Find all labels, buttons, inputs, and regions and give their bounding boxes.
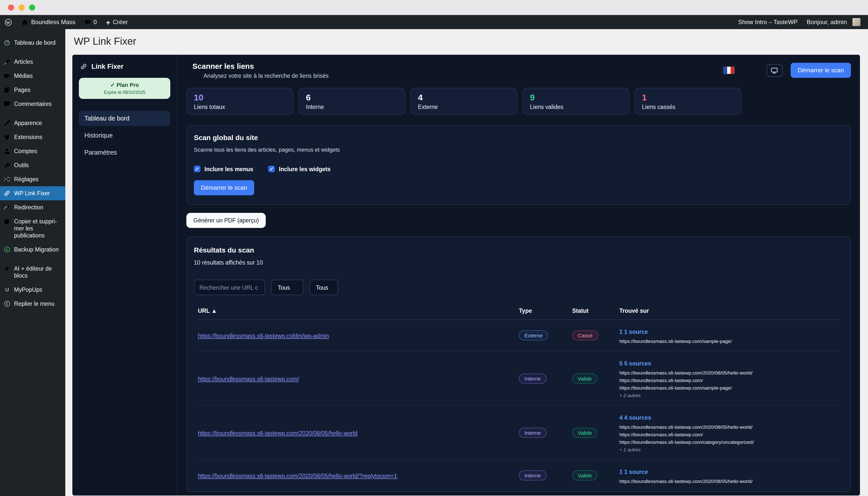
plugin-title: Link Fixer <box>91 63 124 70</box>
wp-admin-menu: Tableau de bord Articles Médias Pages Co… <box>0 29 65 496</box>
link-icon <box>3 190 11 197</box>
sidebar-item-pages[interactable]: Pages <box>0 83 65 97</box>
french-flag-icon[interactable] <box>723 67 734 74</box>
sliders-icon <box>3 176 11 183</box>
avatar <box>852 18 861 26</box>
search-input[interactable] <box>194 280 265 295</box>
source-url: https://boundlessmass.s6-tastewp.com/202… <box>619 478 839 484</box>
plugin-icon <box>3 134 11 141</box>
close-window-button[interactable] <box>8 4 14 10</box>
show-intro-link[interactable]: Show Intro – TasteWP <box>734 19 802 26</box>
plugin-sidebar: Link Fixer ✓ Plan Pro Expire le 08/10/20… <box>72 55 177 496</box>
stat-label: Liens totaux <box>194 104 286 110</box>
mypopups-icon <box>3 286 11 293</box>
sidebar-item-dashboard[interactable]: Tableau de bord <box>0 36 65 50</box>
sidebar-item-medias[interactable]: Médias <box>0 69 65 83</box>
url-link[interactable]: https://boundlessmass.s6-tastewp.com/ <box>198 376 311 382</box>
table-row: https://boundlessmass.s6-tastewp.cofdm/w… <box>198 320 839 352</box>
display-mode-button[interactable] <box>766 64 782 77</box>
sidebar-item-extensions[interactable]: Extensions <box>0 130 65 144</box>
wp-admin-bar: Boundless Mass 0 + Créer Show Intro – Ta… <box>0 15 868 29</box>
scan-header: Scanner les liens Analysez votre site à … <box>186 62 851 79</box>
stat-value: 1 <box>642 93 734 103</box>
minimize-window-button[interactable] <box>19 4 25 10</box>
table-row: https://boundlessmass.s6-tastewp.com/202… <box>198 460 839 492</box>
plan-name: ✓ Plan Pro <box>82 82 167 88</box>
url-link[interactable]: https://boundlessmass.s6-tastewp.com/202… <box>198 430 369 436</box>
comments-menu[interactable]: 0 <box>80 15 101 29</box>
admin-content: WP Link Fixer Link Fixer ✓ Plan Pro Expi… <box>65 29 868 496</box>
column-header-found-on[interactable]: Trouvé sur <box>619 308 839 314</box>
pin-icon <box>3 58 11 65</box>
sources-count-link[interactable]: 1 1 source <box>619 469 648 475</box>
zoom-window-button[interactable] <box>29 4 35 10</box>
plugin-nav-settings[interactable]: Paramètres <box>79 145 170 160</box>
brush-icon <box>3 120 11 126</box>
new-content-menu[interactable]: + Créer <box>101 15 132 29</box>
sidebar-item-redirection[interactable]: Redirection <box>0 200 65 214</box>
include-menus-checkbox[interactable]: ✓ Inclure les menus <box>194 166 253 172</box>
stat-card-external: 4 Externe <box>410 88 517 115</box>
plan-pro-badge: ✓ Plan Pro Expire le 08/10/2025 <box>79 78 170 99</box>
admin-bar-right: Show Intro – TasteWP Bonjour, admin <box>734 15 868 29</box>
source-url: https://boundlessmass.s6-tastewp.com/202… <box>619 424 839 430</box>
stat-label: Interne <box>306 104 398 110</box>
sidebar-item-settings[interactable]: Réglages <box>0 172 65 186</box>
include-widgets-checkbox[interactable]: ✓ Inclure les widgets <box>268 166 331 172</box>
sidebar-item-wp-link-fixer[interactable]: WP Link Fixer <box>0 186 65 200</box>
sidebar-item-mypopups[interactable]: MyPopUps <box>0 283 65 297</box>
sidebar-item-tools[interactable]: Outils <box>0 158 65 172</box>
source-url: https://boundlessmass.s6-tastewp.com/ <box>619 432 839 437</box>
sources-count-link[interactable]: 4 4 sources <box>619 415 651 421</box>
url-link[interactable]: https://boundlessmass.s6-tastewp.com/202… <box>198 473 409 479</box>
sidebar-item-backup-migration[interactable]: Backup Migration <box>0 243 65 257</box>
plugin-nav-dashboard[interactable]: Tableau de bord <box>79 111 170 126</box>
status-badge: Cassé <box>572 330 598 340</box>
url-link[interactable]: https://boundlessmass.s6-tastewp.cofdm/w… <box>198 333 341 339</box>
link-fixer-panel: Link Fixer ✓ Plan Pro Expire le 08/10/20… <box>72 55 860 496</box>
wp-logo-menu[interactable] <box>0 15 17 29</box>
results-summary: 10 résultats affichés sur 10 <box>194 260 843 266</box>
plugin-nav-history[interactable]: Historique <box>79 128 170 143</box>
sidebar-item-comments[interactable]: Commentaires <box>0 97 65 111</box>
results-filters: Tous Tous <box>194 280 843 295</box>
pages-icon <box>3 86 11 93</box>
sidebar-item-collapse-menu[interactable]: Replier le menu <box>0 297 65 311</box>
start-scan-button[interactable]: Démarrer le scan <box>791 63 851 78</box>
type-filter-select[interactable]: Tous <box>271 280 303 295</box>
wordpress-logo-icon <box>4 18 12 26</box>
column-header-url[interactable]: URL ▲ <box>198 308 519 314</box>
global-scan-button[interactable]: Démarrer le scan <box>194 180 254 195</box>
scan-header-text: Scanner les liens Analysez votre site à … <box>193 62 329 79</box>
plugin-main: Scanner les liens Analysez votre site à … <box>177 55 860 496</box>
generate-pdf-button[interactable]: Générer un PDF (aperçu) <box>186 213 266 228</box>
table-row: https://boundlessmass.s6-tastewp.com/ In… <box>198 352 839 406</box>
table-row: https://boundlessmass.s6-tastewp.com/202… <box>198 406 839 460</box>
sidebar-item-accounts[interactable]: Comptes <box>0 144 65 158</box>
type-badge: Externe <box>519 330 548 340</box>
site-menu[interactable]: Boundless Mass <box>17 15 80 29</box>
stat-card-broken: 1 Liens cassés <box>635 88 742 115</box>
stat-value: 6 <box>306 93 398 103</box>
status-filter-select[interactable]: Tous <box>309 280 338 295</box>
show-intro-label: Show Intro – TasteWP <box>738 19 798 26</box>
account-menu[interactable]: Bonjour, admin <box>802 18 865 26</box>
scan-title: Scanner les liens <box>193 62 329 70</box>
sidebar-item-articles[interactable]: Articles <box>0 55 65 69</box>
source-url: https://boundlessmass.s6-tastewp.com/ <box>619 377 839 383</box>
sources-count-link[interactable]: 1 1 source <box>619 329 648 335</box>
sidebar-item-copy-delete-posts[interactable]: Copier et supprimer les publications <box>0 214 65 243</box>
menu-group: Tableau de bord <box>0 33 65 52</box>
results-table: URL ▲ Type Statut Trouvé sur https://bou… <box>194 305 843 492</box>
source-url: https://boundlessmass.s6-tastewp.com/cat… <box>619 439 839 445</box>
sidebar-item-ai-block-editor[interactable]: AI + éditeur de blocs <box>0 262 65 283</box>
plugin-brand: Link Fixer <box>79 62 170 71</box>
menu-group: AI + éditeur de blocs MyPopUps Replier l… <box>0 259 65 313</box>
column-header-status[interactable]: Statut <box>572 308 619 314</box>
link-icon <box>80 63 87 70</box>
stat-card-total: 10 Liens totaux <box>186 88 293 115</box>
column-header-type[interactable]: Type <box>519 308 572 314</box>
sources-count-link[interactable]: 5 5 sources <box>619 360 651 367</box>
sidebar-item-appearance[interactable]: Apparence <box>0 116 65 130</box>
source-url: https://boundlessmass.s6-tastewp.com/sam… <box>619 338 839 344</box>
